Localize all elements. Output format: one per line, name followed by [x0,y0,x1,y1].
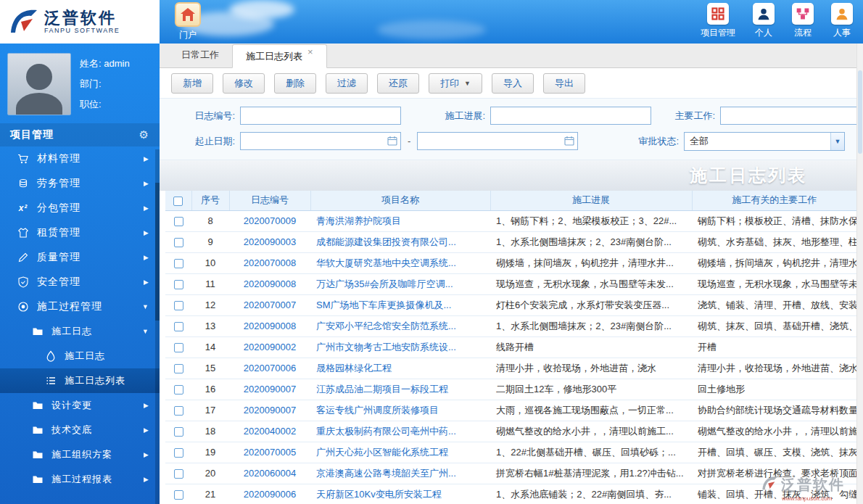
export-button[interactable]: 导出 [543,73,585,94]
log-no-link[interactable]: 2020090003 [244,236,296,247]
project-link[interactable]: 晟格园林绿化工程 [316,363,392,373]
row-checkbox[interactable] [174,448,183,458]
nav-workflow[interactable]: 流程 [792,3,814,39]
log-no-link[interactable]: 2020040002 [244,426,296,437]
column-header: 日志编号 [229,191,310,210]
table-row[interactable]: 182020040002重庆太极制药有限公司亳州中药...砌燃气整改的给水小井，… [165,421,856,442]
log-no-link[interactable]: 2020070008 [244,257,296,268]
table-row[interactable]: 192020070005广州天心苑小区智能化系统工程1、22#北侧基础开槽、碾压… [165,442,856,463]
sidebar-item-rental[interactable]: 租赁管理▶ [0,220,160,245]
project-link[interactable]: SM广场地下车库更换摄像机及... [316,299,451,310]
restore-button[interactable]: 还原 [377,73,419,94]
project-link[interactable]: 京港澳高速公路粤境韶关至广州... [316,468,456,479]
edit-button[interactable]: 修改 [223,73,265,94]
calendar-icon[interactable] [564,136,574,148]
portal-button[interactable]: 门户 [170,2,206,41]
table-row[interactable]: 92020090003成都能源建设集团投资有限公司...1、水系北侧围墙抹灰；2… [165,231,856,252]
project-link[interactable]: 青海洪湖养护院项目 [316,215,401,226]
row-checkbox[interactable] [174,490,183,500]
log-no-link[interactable]: 2020070005 [244,447,296,458]
select-all-checkbox[interactable] [173,197,183,206]
project-link[interactable]: 万达广场35#会所及咖啡厅空调... [316,278,453,289]
table-row[interactable]: 102020070008华软大厦研究基地中央空调系统...砌矮墙，抹间墙灰，钩机… [165,252,856,273]
filter-button[interactable]: 过滤 [326,73,368,94]
table-row[interactable]: 212020090006天府新区10Kv变电所安装工程1、水系池底铺装；2、22… [165,484,856,504]
delete-button[interactable]: 删除 [274,73,316,94]
work-cell: 砌燃气整改的给水小井，，清理以前施工卫生 [692,421,856,442]
project-link[interactable]: 重庆太极制药有限公司亳州中药... [316,426,456,437]
sidebar-item-tech-disclosure[interactable]: 技术交底▶ [0,418,160,442]
log-no-link[interactable]: 2020060004 [244,468,296,479]
project-link[interactable]: 华软大厦研究基地中央空调系统... [316,257,456,268]
main-work-input[interactable] [720,107,863,125]
table-row[interactable]: 142020090002广州市文物考古工地安防系统设...线路开槽开槽 [165,336,856,358]
row-checkbox[interactable] [174,385,183,394]
progress-input[interactable] [490,107,651,125]
sidebar-item-construction-process-report[interactable]: 施工过程报表▶ [0,467,160,492]
table-row[interactable]: 162020090007江苏成品油二期项目一标段工程二期回土12车，修地形300… [165,379,856,400]
sidebar-item-construction-log-entry[interactable]: 施工日志 [0,344,160,368]
table-row[interactable]: 152020070006晟格园林绿化工程清理小井，收拾现场，外地进苗，浇水清理小… [165,358,856,379]
log-no-link[interactable]: 2020090008 [244,278,296,289]
table-row[interactable]: 112020090008万达广场35#会所及咖啡厅空调...现场巡查，无积水现象… [165,273,856,294]
table-row[interactable]: 172020090007客运专线广州调度所装修项目大雨，巡视各施工现场围蔽点，一… [165,400,856,421]
row-checkbox[interactable] [174,343,183,352]
project-link[interactable]: 江苏成品油二期项目一标段工程 [316,384,448,394]
row-checkbox[interactable] [174,364,183,373]
sidebar-item-construction-process[interactable]: 施工过程管理▼ [0,294,160,319]
table-row[interactable]: 202020060004京港澳高速公路粤境韶关至广州...拼宽桥右幅1#桩基清理… [165,463,856,484]
sidebar-item-construction-log-list[interactable]: 施工日志列表 [0,368,160,393]
row-checkbox[interactable] [174,301,183,310]
gear-icon[interactable]: ⚙ [139,128,149,141]
log-no-link[interactable]: 2020090006 [244,489,296,500]
start-date-input[interactable] [240,132,401,150]
log-no-link[interactable]: 2020070009 [244,215,296,226]
nav-hr[interactable]: 人事 [831,3,853,39]
page-scrollbar-thumb[interactable] [858,70,862,154]
log-no-link[interactable]: 2020090007 [244,405,296,416]
tab-daily-work[interactable]: 日常工作 [168,44,232,67]
new-button[interactable]: 新增 [171,73,213,94]
row-checkbox[interactable] [174,322,183,331]
log-no-link[interactable]: 2020090008 [244,321,296,331]
row-checkbox[interactable] [174,427,183,437]
log-no-input[interactable] [240,107,401,125]
table-row[interactable]: 132020090008广安邓小平纪念馆安全防范系统...1、水系北侧围墙抹灰；… [165,315,856,336]
row-checkbox[interactable] [174,238,183,247]
table-row[interactable]: 82020070009青海洪湖养护院项目1、钢筋下料；2、地梁模板校正；3、22… [165,210,856,231]
nav-personal[interactable]: 个人 [753,3,775,39]
end-date-input[interactable] [417,132,578,150]
row-checkbox[interactable] [174,217,183,226]
table-row[interactable]: 122020070007SM广场地下车库更换摄像机及...灯柱6个安装完成，水系… [165,294,856,315]
log-no-link[interactable]: 2020090002 [244,342,296,352]
sidebar-item-materials[interactable]: 材料管理▶ [0,146,160,171]
sidebar-item-labor[interactable]: 劳务管理▶ [0,171,160,196]
nav-project-management[interactable]: 项目管理 [701,3,735,39]
project-link[interactable]: 客运专线广州调度所装修项目 [316,405,439,416]
row-checkbox[interactable] [174,259,183,268]
sidebar-item-quality[interactable]: 质量管理▶ [0,245,160,270]
log-no-link[interactable]: 2020090007 [244,384,296,394]
log-no-link[interactable]: 2020070007 [244,299,296,310]
project-link[interactable]: 天府新区10Kv变电所安装工程 [316,489,442,500]
project-link[interactable]: 广州天心苑小区智能化系统工程 [316,447,448,458]
tab-construction-log-list[interactable]: 施工日志列表× [232,44,327,68]
project-link[interactable]: 广州市文物考古工地安防系统设... [316,342,456,352]
project-link[interactable]: 成都能源建设集团投资有限公司... [316,236,456,247]
project-link[interactable]: 广安邓小平纪念馆安全防范系统... [316,321,456,331]
row-checkbox[interactable] [174,406,183,416]
sidebar-item-design-change[interactable]: 设计变更▶ [0,393,160,418]
log-no-link[interactable]: 2020070006 [244,363,296,373]
row-checkbox[interactable] [174,280,183,289]
sidebar-item-subcontract[interactable]: x²分包管理▶ [0,196,160,220]
approval-status-select[interactable]: 全部 ▼ [684,132,845,151]
row-checkbox[interactable] [174,469,183,479]
sidebar-item-safety[interactable]: 安全管理▶ [0,270,160,294]
import-button[interactable]: 导入 [492,73,534,94]
page-scrollbar[interactable] [856,44,863,504]
calendar-icon[interactable] [387,136,397,148]
print-button[interactable]: 打印▼ [429,73,482,94]
close-icon[interactable]: × [307,46,313,57]
sidebar-item-construction-org-plan[interactable]: 施工组织方案▶ [0,442,160,467]
sidebar-item-construction-log[interactable]: 施工日志▼ [0,319,160,344]
